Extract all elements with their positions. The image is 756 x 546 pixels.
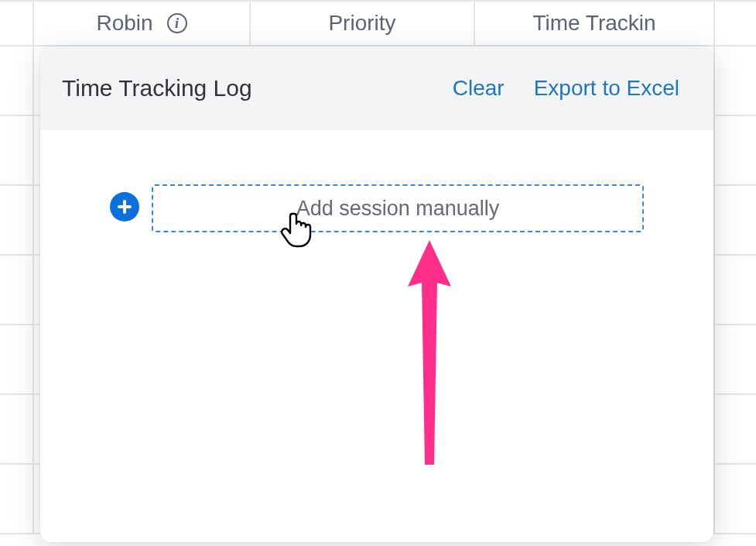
grid-cell <box>0 256 34 324</box>
column-header-label: Time Trackin <box>532 11 655 36</box>
column-header-label: Priority <box>328 11 395 36</box>
grid-cell <box>0 465 34 533</box>
column-header-label: Robin <box>96 11 152 36</box>
panel-header: Time Tracking Log Clear Export to Excel <box>40 46 713 130</box>
column-header[interactable]: Robin i <box>34 2 251 45</box>
grid-header-row: Robin i Priority Time Trackin <box>0 0 756 46</box>
plus-icon[interactable] <box>110 192 139 221</box>
plus-glyph <box>116 198 133 215</box>
panel-body: Add session manually <box>40 130 713 232</box>
grid-cell <box>0 46 34 115</box>
add-session-label: Add session manually <box>296 197 500 221</box>
grid-cell <box>0 116 34 184</box>
svg-rect-1 <box>118 205 132 208</box>
grid-gutter-cell <box>0 2 34 45</box>
info-icon[interactable]: i <box>167 13 187 33</box>
grid-cell <box>0 395 34 463</box>
export-to-excel-button[interactable]: Export to Excel <box>528 71 686 105</box>
add-session-manually-button[interactable]: Add session manually <box>152 184 644 232</box>
column-header[interactable]: Time Trackin <box>475 2 715 45</box>
grid-cell <box>0 186 34 254</box>
time-tracking-log-panel: Time Tracking Log Clear Export to Excel … <box>40 46 713 542</box>
column-header[interactable]: Priority <box>251 2 475 45</box>
panel-title: Time Tracking Log <box>62 75 429 101</box>
grid-cell <box>0 325 34 393</box>
clear-button[interactable]: Clear <box>446 71 511 105</box>
